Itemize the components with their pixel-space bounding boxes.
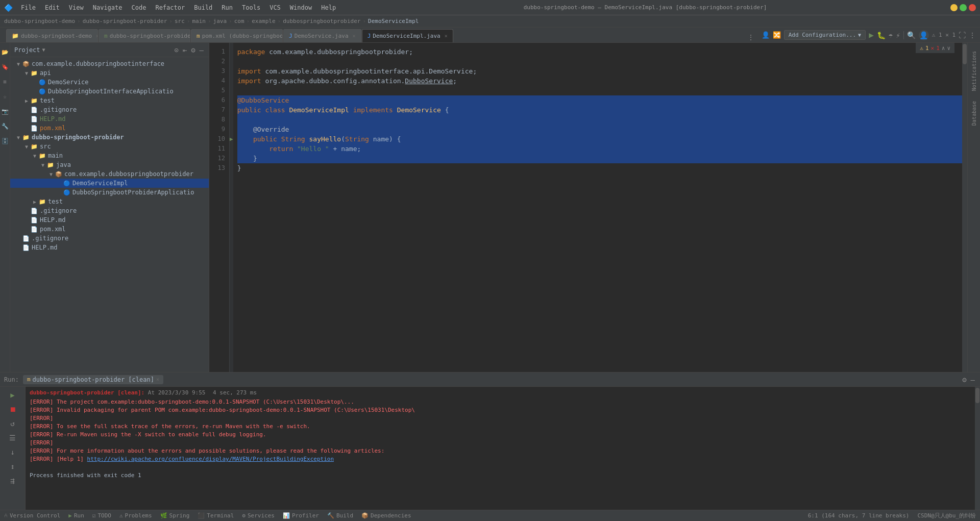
camera-icon[interactable]: 📷	[1, 106, 10, 117]
tree-item[interactable]: ▼ 📁 src	[10, 142, 209, 151]
warnings-badge[interactable]: ⚠ 1 ✕ 1	[932, 32, 955, 38]
tab-close-1[interactable]: ×	[96, 33, 98, 39]
bc-part-2[interactable]: dubbo-springboot-probider	[83, 18, 167, 24]
debug-button[interactable]: 🐛	[877, 31, 886, 39]
maven-link[interactable]: http://cwiki.apache.org/confluence/displ…	[87, 456, 334, 462]
minimize-button[interactable]: –	[950, 4, 958, 11]
tree-item[interactable]: ▶ 📁 test	[10, 197, 209, 206]
locate-file-button[interactable]: ⊙	[173, 45, 179, 55]
run-button[interactable]: ▶	[869, 30, 874, 40]
gutter-run-icon[interactable]: ▶	[230, 134, 233, 144]
tree-item[interactable]: ▶ 🔵 DemoService	[10, 78, 209, 87]
structure-icon[interactable]: ≡	[2, 77, 8, 87]
tree-item[interactable]: ▼ 📦 com.example.dubbospringbootinterface	[10, 59, 209, 68]
menu-build[interactable]: Build	[190, 3, 216, 12]
tree-item[interactable]: ▼ 📁 api	[10, 68, 209, 78]
tree-item[interactable]: ▼ 📦 com.example.dubbospringbootprobider	[10, 169, 209, 179]
tree-item[interactable]: ▶ 📁 test	[10, 96, 209, 105]
panel-minimize-button[interactable]: –	[199, 45, 205, 55]
add-configuration-button[interactable]: Add Configuration... ▼	[784, 30, 866, 40]
nav-up-icon[interactable]: ∧	[942, 45, 945, 52]
bc-part-5[interactable]: java	[213, 18, 227, 24]
run-tab-clean[interactable]: m dubbo-springboot-probider [clean] ×	[23, 375, 163, 384]
tree-item[interactable]: ▶ 🔵 DubboSpringbootProbiderApplicatio	[10, 188, 209, 197]
menu-vcs[interactable]: VCS	[265, 3, 285, 12]
status-services[interactable]: ⚙ Services	[242, 512, 275, 519]
status-todo[interactable]: ☑ TODO	[92, 512, 111, 519]
database-icon[interactable]: 🗄️	[1, 136, 10, 146]
tree-item[interactable]: ▶ 📄 HELP.md	[10, 243, 209, 252]
rerun-button[interactable]: ↺	[8, 417, 16, 430]
menu-view[interactable]: View	[65, 3, 88, 12]
menu-run[interactable]: Run	[217, 3, 237, 12]
nav-down-icon[interactable]: ∨	[947, 45, 950, 52]
tabs-more-button[interactable]: ⋮	[744, 32, 757, 42]
bc-part-8[interactable]: dubbospringbootprobider	[283, 18, 360, 24]
tree-item[interactable]: ▼ 📁 main	[10, 151, 209, 160]
bc-part-1[interactable]: dubbo-springboot-demo	[4, 18, 75, 24]
tree-item[interactable]: ▶ 🔵 DubboSpringbootInterfaceApplicatio	[10, 87, 209, 96]
status-spring[interactable]: 🌿 Spring	[160, 512, 190, 519]
profile-run-button[interactable]: ⚡	[896, 31, 900, 39]
bc-part-6[interactable]: com	[234, 18, 244, 24]
panel-settings-button[interactable]: ⚙	[190, 45, 196, 55]
expand-button[interactable]: ⛶	[959, 31, 966, 39]
tree-item[interactable]: ▶ 📄 .gitignore	[10, 234, 209, 243]
scrollbar-thumb[interactable]	[963, 44, 967, 64]
tree-item[interactable]: ▶ 📄 pom.xml	[10, 123, 209, 133]
menu-tools[interactable]: Tools	[238, 3, 264, 12]
menu-help[interactable]: Help	[317, 3, 340, 12]
vertical-scrollbar[interactable]	[962, 43, 967, 372]
search-everywhere-icon[interactable]: 🔍	[907, 31, 916, 39]
menu-file[interactable]: File	[17, 3, 40, 12]
status-terminal[interactable]: ⬛ Terminal	[198, 512, 234, 519]
status-problems[interactable]: ⚠ Problems	[119, 512, 152, 519]
status-dependencies[interactable]: 📦 Dependencies	[361, 512, 411, 519]
tab-demo-project[interactable]: 📁 dubbo-springboot-demo ×	[6, 29, 98, 42]
tab-close-5[interactable]: ×	[445, 33, 448, 39]
maximize-button[interactable]: □	[960, 4, 967, 11]
collapse-all-button[interactable]: ⇤	[182, 45, 188, 55]
tree-item[interactable]: ▶ 📄 .gitignore	[10, 105, 209, 114]
notifications-tab[interactable]: Notifications	[969, 47, 979, 95]
scroll-end-button[interactable]: ↓	[8, 446, 16, 458]
tree-item-module[interactable]: ▼ 📁 dubbo-springboot-probider	[10, 133, 209, 142]
bc-part-7[interactable]: example	[252, 18, 275, 24]
filter-button[interactable]: ☰	[7, 432, 18, 444]
menu-window[interactable]: Window	[286, 3, 316, 12]
menu-refactor[interactable]: Refactor	[151, 3, 189, 12]
settings-menu-icon[interactable]: ⋮	[969, 31, 976, 39]
bc-part-4[interactable]: main	[192, 18, 206, 24]
cursor-position[interactable]: 6:1 (164 chars, 7 line breaks)	[808, 512, 910, 519]
project-icon[interactable]: 📂	[1, 47, 10, 58]
tree-item[interactable]: ▶ 📄 HELP.md	[10, 114, 209, 123]
bookmark-icon[interactable]: 🔖	[1, 62, 10, 72]
run-scrollbar-thumb[interactable]	[975, 388, 979, 403]
code-editor[interactable]: package com.example.dubbospringbootprobi…	[233, 43, 967, 372]
database-tab[interactable]: Database	[969, 97, 979, 130]
run-settings-button[interactable]: ⚙	[961, 375, 967, 384]
user-avatar[interactable]: 👤	[919, 30, 929, 40]
wrap-button[interactable]: ⇶	[8, 475, 16, 487]
tree-item-selected[interactable]: ▶ 🔵 DemoServiceImpl	[10, 179, 209, 188]
profile-icon[interactable]: 👤	[762, 31, 770, 39]
status-build[interactable]: 🔨 Build	[327, 512, 353, 519]
tree-item[interactable]: ▶ 📄 pom.xml	[10, 225, 209, 234]
encoding[interactable]: CSDN@只人@bu_的纠纷	[917, 512, 976, 519]
fold-button[interactable]: ↕	[8, 460, 16, 473]
tab-pom[interactable]: m pom.xml (dubbo-springboot-probider) ×	[191, 29, 283, 42]
coverage-button[interactable]: ☂	[889, 31, 893, 39]
tree-item[interactable]: ▶ 📄 HELP.md	[10, 215, 209, 225]
status-profiler[interactable]: 📊 Profiler	[283, 512, 319, 519]
run-again-button[interactable]: ▶	[8, 389, 16, 401]
stop-run-button[interactable]: ⏹	[7, 403, 18, 415]
bc-part-3[interactable]: src	[175, 18, 185, 24]
run-scrollbar[interactable]	[975, 387, 980, 510]
run-minimize-button[interactable]: –	[970, 375, 976, 384]
tree-item[interactable]: ▼ 📁 java	[10, 160, 209, 169]
close-button[interactable]: ×	[969, 4, 976, 11]
tab-help-md[interactable]: m dubbo-springboot-probider\HELP.md ×	[99, 29, 190, 42]
vcs-icon[interactable]: 🔀	[773, 31, 781, 39]
tab-demo-service[interactable]: J DemoService.java ×	[283, 29, 361, 42]
project-dropdown-icon[interactable]: ▼	[42, 47, 45, 53]
